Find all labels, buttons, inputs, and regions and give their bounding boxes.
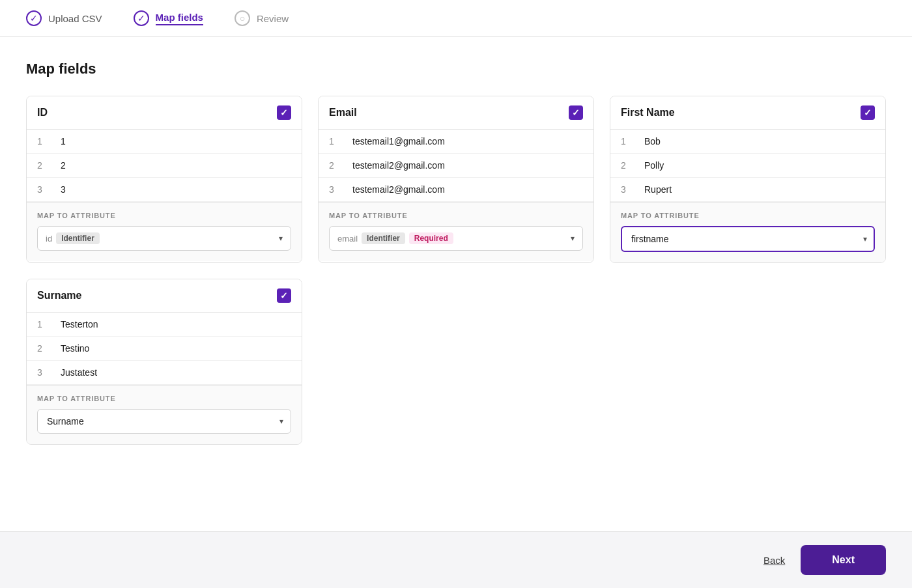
row-val: Testerton (61, 319, 98, 329)
firstname-map-label: MAP TO ATTRIBUTE (621, 212, 875, 219)
id-identifier-badge: Identifier (56, 232, 100, 244)
surname-select-wrapper: Surname ▾ (37, 409, 291, 434)
table-row: 1 Testerton (27, 313, 302, 337)
row-num: 3 (37, 367, 48, 378)
email-select-prefix: email (337, 234, 358, 244)
table-row: 2 2 (27, 154, 302, 178)
surname-field-card: Surname 1 Testerton 2 Testino 3 Justates… (26, 279, 302, 445)
table-row: 1 1 (27, 130, 302, 154)
row-num: 1 (329, 136, 339, 147)
email-select-display[interactable]: email Identifier Required ▾ (329, 226, 583, 251)
surname-card-title: Surname (37, 290, 81, 301)
chevron-down-icon: ▾ (279, 234, 283, 243)
firstname-select-wrapper: firstname ▾ (621, 226, 875, 252)
row-val: Rupert (644, 184, 672, 195)
email-card-checkbox[interactable] (569, 105, 583, 120)
step-icon-review: ○ (235, 10, 250, 26)
cards-grid-row2: Surname 1 Testerton 2 Testino 3 Justates… (26, 279, 886, 445)
row-val: 3 (61, 184, 66, 195)
row-val: 1 (61, 136, 66, 147)
row-num: 2 (37, 160, 48, 171)
next-button[interactable]: Next (801, 545, 886, 575)
email-select-wrapper: email Identifier Required ▾ (329, 226, 583, 251)
firstname-select[interactable]: firstname (621, 226, 875, 252)
email-map-label: MAP TO ATTRIBUTE (329, 212, 583, 219)
row-val: testemail2@gmail.com (352, 160, 445, 171)
row-val: 2 (61, 160, 66, 171)
step-icon-map-fields: ✓ (134, 10, 149, 26)
table-row: 1 Bob (610, 130, 885, 154)
row-num: 1 (621, 136, 631, 147)
row-num: 2 (37, 343, 48, 354)
row-num: 3 (37, 184, 48, 195)
row-val: testemail2@gmail.com (352, 184, 445, 195)
id-card-header: ID (27, 96, 302, 130)
row-num: 2 (621, 160, 631, 171)
table-row: 2 testemail2@gmail.com (319, 154, 593, 178)
step-label-map-fields: Map fields (156, 12, 203, 25)
step-label-upload-csv: Upload CSV (48, 13, 102, 24)
table-row: 2 Testino (27, 337, 302, 361)
id-field-card: ID 1 1 2 2 3 3 MAP TO ATTRIBUTE id (26, 96, 302, 263)
step-upload-csv[interactable]: ✓ Upload CSV (26, 10, 102, 26)
chevron-down-icon: ▾ (571, 234, 575, 243)
id-map-section: MAP TO ATTRIBUTE id Identifier ▾ (27, 202, 302, 261)
firstname-card-checkbox[interactable] (861, 105, 875, 120)
back-button[interactable]: Back (763, 555, 785, 566)
step-map-fields[interactable]: ✓ Map fields (134, 10, 203, 26)
row-val: Justatest (61, 367, 97, 378)
table-row: 3 testemail2@gmail.com (319, 178, 593, 202)
id-select-prefix: id (46, 234, 52, 244)
email-field-card: Email 1 testemail1@gmail.com 2 testemail… (318, 96, 594, 263)
table-row: 3 Justatest (27, 361, 302, 385)
id-map-label: MAP TO ATTRIBUTE (37, 212, 291, 219)
id-card-title: ID (37, 107, 48, 119)
firstname-card-title: First Name (621, 107, 675, 119)
table-row: 2 Polly (610, 154, 885, 178)
firstname-field-card: First Name 1 Bob 2 Polly 3 Rupert MAP TO… (610, 96, 886, 263)
page-title: Map fields (26, 61, 886, 77)
surname-card-checkbox[interactable] (277, 288, 291, 303)
row-num: 2 (329, 160, 339, 171)
main-content: Map fields ID 1 1 2 2 3 3 MAP TO ATTRIBU… (0, 37, 912, 531)
row-num: 1 (37, 319, 48, 329)
surname-card-header: Surname (27, 279, 302, 313)
surname-map-label: MAP TO ATTRIBUTE (37, 395, 291, 402)
row-val: Testino (61, 343, 89, 354)
surname-map-section: MAP TO ATTRIBUTE Surname ▾ (27, 385, 302, 444)
step-review[interactable]: ○ Review (235, 10, 289, 26)
table-row: 1 testemail1@gmail.com (319, 130, 593, 154)
surname-select[interactable]: Surname (37, 409, 291, 434)
row-num: 3 (621, 184, 631, 195)
id-card-checkbox[interactable] (277, 105, 291, 120)
id-select-wrapper: id Identifier ▾ (37, 226, 291, 251)
cards-grid-row1: ID 1 1 2 2 3 3 MAP TO ATTRIBUTE id (26, 96, 886, 263)
table-row: 3 Rupert (610, 178, 885, 202)
email-identifier-badge: Identifier (362, 232, 405, 244)
id-select-display[interactable]: id Identifier ▾ (37, 226, 291, 251)
email-map-section: MAP TO ATTRIBUTE email Identifier Requir… (319, 202, 593, 261)
table-row: 3 3 (27, 178, 302, 202)
footer: Back Next (0, 531, 912, 588)
row-val: Bob (644, 136, 661, 147)
email-required-badge: Required (409, 232, 453, 244)
row-val: Polly (644, 160, 664, 171)
email-card-title: Email (329, 107, 357, 119)
email-card-header: Email (319, 96, 593, 130)
step-label-review: Review (257, 13, 289, 24)
stepper: ✓ Upload CSV ✓ Map fields ○ Review (0, 0, 912, 37)
row-val: testemail1@gmail.com (352, 136, 445, 147)
step-icon-upload-csv: ✓ (26, 10, 42, 26)
firstname-map-section: MAP TO ATTRIBUTE firstname ▾ (610, 202, 885, 262)
firstname-card-header: First Name (610, 96, 885, 130)
row-num: 1 (37, 136, 48, 147)
row-num: 3 (329, 184, 339, 195)
